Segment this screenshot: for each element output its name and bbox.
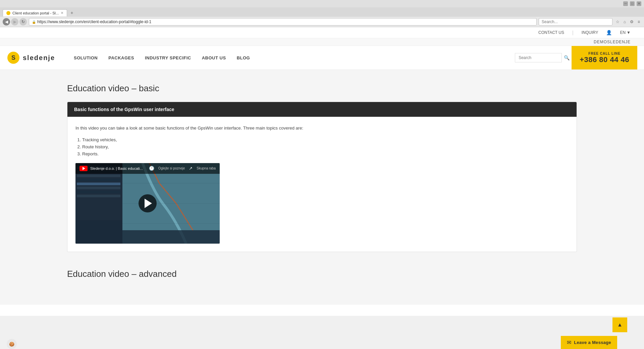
nav-link-blog[interactable]: BLOG <box>231 49 256 67</box>
nav-search-input[interactable] <box>515 53 562 62</box>
video-title-text: Sledenje d.o.o. | Basic educati... <box>90 166 143 170</box>
video-topbar-left: Sledenje d.o.o. | Basic educati... <box>79 166 143 171</box>
nav-link-packages[interactable]: PACKAGES <box>103 49 140 67</box>
svg-rect-14 <box>77 195 120 197</box>
new-tab-btn[interactable]: + <box>68 9 76 17</box>
settings-icon[interactable]: ⚙ <box>629 19 635 25</box>
demo-link[interactable]: DEMOSLEDENJE <box>594 40 631 44</box>
nav-buttons: ◀ ▶ ↻ <box>3 18 27 26</box>
svg-text:S: S <box>11 54 15 61</box>
video-topbar: Sledenje d.o.o. | Basic educati... 🕐 Ogl… <box>75 163 220 174</box>
star-icon[interactable]: ☆ <box>614 19 621 25</box>
minimize-btn[interactable]: ─ <box>623 1 628 6</box>
home-icon[interactable]: ⌂ <box>622 19 627 25</box>
tab-favicon <box>6 11 10 15</box>
lang-label: EN <box>620 30 626 35</box>
svg-rect-9 <box>77 174 120 177</box>
svg-rect-12 <box>77 187 120 189</box>
close-btn[interactable]: ✕ <box>637 1 641 6</box>
youtube-icon <box>79 166 88 171</box>
nav-link-solution[interactable]: SOLUTION <box>68 49 103 67</box>
logo-icon: S <box>7 51 20 64</box>
back-button[interactable]: ◀ <box>3 18 10 26</box>
cta-phone-block[interactable]: FREE CALL LINE +386 80 44 46 <box>572 46 637 69</box>
nav-link-about[interactable]: ABOUT US <box>197 49 231 67</box>
cta-number: +386 80 44 46 <box>580 55 629 64</box>
nav-search: 🔍 <box>515 53 572 62</box>
video-list: Tracking vehicles, Route history, Report… <box>75 137 569 156</box>
inquiry-link[interactable]: INQUIRY <box>582 30 598 35</box>
page-title: Education video – basic <box>67 83 577 94</box>
tab-bar: Client education portal - Sl... ✕ + <box>0 7 644 17</box>
watch-later-link[interactable]: Oglejte si pozneje <box>158 166 185 170</box>
svg-rect-15 <box>75 220 122 244</box>
svg-rect-13 <box>77 191 120 193</box>
nav-link-industry[interactable]: INDUSTRY SPECIFIC <box>140 49 197 67</box>
logo-text: sledenje <box>23 54 55 62</box>
tab-close-btn[interactable]: ✕ <box>61 11 63 15</box>
browser-chrome: ─ □ ✕ Client education portal - Sl... ✕ … <box>0 0 644 27</box>
svg-rect-10 <box>77 179 120 181</box>
browser-actions: ☆ ⌂ ⚙ ≡ <box>614 19 641 25</box>
top-utility-bar: CONTACT US | INQUIRY 👤 EN ▼ <box>0 27 644 38</box>
logo-link[interactable]: S sledenje <box>7 47 55 68</box>
nav-search-button[interactable]: 🔍 <box>562 53 572 62</box>
advanced-video-title: Education video – advanced <box>67 269 577 279</box>
lang-chevron-icon: ▼ <box>627 30 631 35</box>
divider: | <box>572 30 574 35</box>
refresh-button[interactable]: ↻ <box>19 18 27 26</box>
svg-rect-11 <box>77 183 120 185</box>
share-link[interactable]: Skupna raba <box>197 166 216 170</box>
list-item: Route history, <box>82 144 569 149</box>
play-triangle-icon <box>145 199 152 208</box>
user-icon[interactable]: 👤 <box>606 30 612 35</box>
address-bar[interactable]: 🔒 https://www.sledenje.com/en/client-edu… <box>29 18 537 26</box>
browser-search-area <box>539 18 612 26</box>
menu-icon[interactable]: ≡ <box>636 19 641 25</box>
main-nav: S sledenje SOLUTION PACKAGES INDUSTRY SP… <box>0 46 644 70</box>
list-item: Tracking vehicles, <box>82 137 569 142</box>
browser-search-input[interactable] <box>539 18 612 26</box>
video-card-body: In this video you can take a look at som… <box>67 117 577 252</box>
nav-links: SOLUTION PACKAGES INDUSTRY SPECIFIC ABOU… <box>68 49 515 67</box>
tab-label: Client education portal - Sl... <box>12 11 59 15</box>
video-thumbnail: Sledenje d.o.o. | Basic educati... 🕐 Ogl… <box>75 163 220 244</box>
language-selector[interactable]: EN ▼ <box>620 30 631 35</box>
lock-icon: 🔒 <box>32 20 36 24</box>
contact-us-link[interactable]: CONTACT US <box>538 30 564 35</box>
svg-rect-16 <box>122 230 220 244</box>
video-description: In this video you can take a look at som… <box>75 125 569 132</box>
url-text: https://www.sledenje.com/en/client-educa… <box>37 19 151 24</box>
website: CONTACT US | INQUIRY 👤 EN ▼ DEMOSLEDENJE… <box>0 27 644 316</box>
browser-titlebar: ─ □ ✕ <box>0 0 644 7</box>
video-card-header-title: Basic functions of the GpsWin user inter… <box>74 107 174 112</box>
browser-tab-active[interactable]: Client education portal - Sl... ✕ <box>3 9 67 16</box>
cta-label: FREE CALL LINE <box>588 52 620 55</box>
video-card-basic: Basic functions of the GpsWin user inter… <box>67 102 577 252</box>
maximize-btn[interactable]: □ <box>630 1 635 6</box>
main-content: Education video – basic Basic functions … <box>0 70 644 305</box>
list-item: Reports. <box>82 151 569 156</box>
share-icon: ↗ <box>189 166 193 171</box>
forward-button[interactable]: ▶ <box>11 18 18 26</box>
demo-bar: DEMOSLEDENJE <box>0 38 644 46</box>
video-play-button[interactable] <box>139 194 157 212</box>
video-card-header: Basic functions of the GpsWin user inter… <box>67 102 577 117</box>
video-topbar-right: 🕐 Oglejte si pozneje ↗ Skupna raba <box>149 166 216 171</box>
browser-toolbar: ◀ ▶ ↻ 🔒 https://www.sledenje.com/en/clie… <box>0 17 644 27</box>
video-embed: Sledenje d.o.o. | Basic educati... 🕐 Ogl… <box>75 163 220 244</box>
watch-later-icon: 🕐 <box>149 166 154 171</box>
